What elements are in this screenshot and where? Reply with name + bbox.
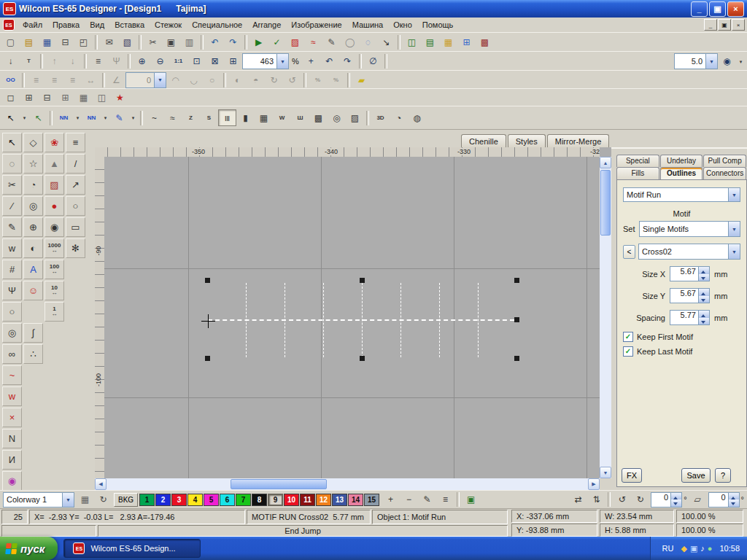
mdi-restore-button[interactable]: ▣ [718, 19, 731, 31]
dotted-outline-icon[interactable]: ◌ [359, 34, 377, 51]
sequence-icon[interactable]: ≡ [89, 53, 107, 70]
previous-motif-button[interactable]: < [623, 245, 635, 259]
color-chip[interactable]: 14 [348, 494, 363, 506]
branch-tool[interactable]: Ψ [2, 281, 22, 300]
color-wheel-tool[interactable]: ◉ [2, 471, 22, 491]
combo-arrow-icon[interactable]: ▼ [728, 222, 740, 236]
color-chip[interactable]: 3 [171, 494, 187, 506]
value-spinner[interactable]: 5.67 [670, 266, 710, 281]
skew-icon[interactable]: ▱ [689, 491, 707, 508]
stitch-player-icon[interactable]: ▶ [249, 34, 268, 51]
run-stitch-icon[interactable]: ≈ [304, 34, 322, 51]
motif-sample-icon[interactable]: ★ [111, 90, 129, 106]
kaleidoscope-icon[interactable]: ◍ [408, 109, 426, 126]
rotate-angle-spinner[interactable]: 0 [651, 492, 682, 508]
preset-100[interactable]: 100↔ [44, 260, 64, 279]
digitize-run-dropdown-icon[interactable]: ▾ [73, 109, 82, 126]
motif-tool[interactable]: ❀ [44, 133, 64, 152]
minimize-button[interactable]: _ [691, 1, 708, 17]
color-chip[interactable]: 2 [155, 494, 171, 506]
outline-type-select[interactable]: Motif Run ▼ [623, 187, 740, 202]
checkbox-box[interactable] [623, 346, 633, 357]
chain-tool[interactable]: ∫ [23, 323, 43, 343]
run-pen-tool[interactable]: ~ [2, 365, 22, 385]
color-chip[interactable]: 7 [236, 494, 251, 506]
next-view-icon[interactable]: ↷ [338, 53, 357, 70]
stipple-tool[interactable]: ∴ [23, 344, 43, 364]
3d-warp-icon[interactable]: 3D [371, 109, 390, 126]
fancy-fill-type-icon[interactable]: ▨ [346, 109, 364, 126]
selection-handle[interactable] [360, 278, 365, 283]
fx-button[interactable]: FX [622, 468, 642, 483]
ellipse-tool[interactable]: ○ [66, 196, 85, 216]
cut-icon[interactable]: ✂ [144, 34, 162, 51]
align-centers-icon[interactable]: ≡ [45, 71, 63, 88]
menu-item[interactable]: Помощь [417, 19, 459, 31]
motif-set-select[interactable]: Single Motifs ▼ [639, 221, 740, 237]
tab-connectors[interactable]: Connectors [703, 167, 746, 179]
tab-styles[interactable]: Styles [508, 134, 546, 147]
triple-run-type-icon[interactable]: ≈ [163, 109, 182, 126]
selection-handle[interactable] [514, 278, 519, 283]
tab-pull-comp[interactable]: Pull Comp [703, 155, 746, 167]
selection-handle[interactable] [205, 278, 210, 283]
pie-tool[interactable]: ◔ [23, 175, 43, 195]
wreath-icon[interactable]: ◔ [390, 109, 408, 126]
eraser-icon[interactable]: ▰ [352, 71, 371, 88]
target-tool[interactable]: ⊕ [23, 217, 43, 237]
tab-outlines[interactable]: Outlines [660, 167, 703, 179]
zoom-in-icon[interactable]: ⊕ [133, 53, 151, 70]
motif-pattern-select[interactable]: Cross02 ▼ [638, 244, 740, 260]
preset-1[interactable]: 1↔ [44, 302, 64, 322]
travel-by-stitches-icon[interactable]: OO [1, 71, 20, 88]
scroll-left-icon[interactable]: ◀ [95, 478, 107, 490]
selection-handle[interactable] [360, 356, 365, 361]
zoom-out-icon[interactable]: ⊖ [151, 53, 169, 70]
mirror-vertical-icon[interactable]: ◓ [247, 71, 265, 88]
selection-handle[interactable] [205, 356, 210, 361]
space-evenly-icon[interactable]: ↔ [82, 71, 100, 88]
display-icon[interactable]: ▣ [690, 545, 697, 553]
stem-stitch-type-icon[interactable]: S [200, 109, 218, 126]
show-repeats-icon[interactable]: ◫ [93, 90, 111, 106]
select-dropdown-icon[interactable]: ▾ [20, 109, 29, 126]
keep-last-motif-checkbox[interactable]: Keep Last Motif [623, 346, 740, 357]
zoom-level-combo[interactable]: 463 ▼ [242, 53, 289, 69]
digitize-run-icon[interactable]: NN [55, 109, 73, 126]
overview-window-icon[interactable]: ◫ [403, 34, 421, 51]
zoom-previous-icon[interactable]: ⊞ [224, 53, 242, 70]
stitch-length-combo[interactable]: 5.0 ▼ [674, 53, 718, 69]
combo-arrow-icon[interactable]: ▼ [728, 188, 740, 201]
mirror-node-tool[interactable]: И [2, 450, 22, 470]
color-chip[interactable]: 8 [252, 494, 267, 506]
export-to-machine-icon[interactable]: ✉ [100, 34, 118, 51]
color-chip[interactable]: 4 [187, 494, 203, 506]
send-backward-icon[interactable]: ↓ [63, 53, 82, 70]
undo-icon[interactable]: ↶ [206, 34, 224, 51]
motif-fill-type-icon[interactable]: ▩ [309, 109, 328, 126]
team-tool[interactable]: ☺ [23, 281, 43, 300]
canvas[interactable] [104, 157, 600, 478]
save-button[interactable]: Save [681, 468, 711, 483]
color-film-icon[interactable]: ▦ [439, 34, 457, 51]
selection-handle[interactable] [514, 317, 519, 322]
preset-10[interactable]: 10↔ [44, 281, 64, 300]
pan-icon[interactable]: + [302, 53, 320, 70]
language-indicator[interactable]: RU [659, 543, 677, 553]
reshape-object-icon[interactable]: ↖ [29, 109, 47, 126]
combo-arrow-icon[interactable]: ▼ [705, 54, 717, 69]
print-options-icon[interactable]: ▩ [476, 34, 494, 51]
measure-icon[interactable]: ∅ [364, 53, 382, 70]
pointer-line-icon[interactable]: ↘ [377, 34, 395, 51]
add-color-icon[interactable]: + [382, 491, 400, 508]
rotate-ccw-icon[interactable]: ↺ [283, 71, 301, 88]
scroll-right-icon[interactable]: ▶ [588, 478, 600, 490]
shape-fill-icon[interactable]: ◯ [341, 34, 359, 51]
rotate-cw-icon[interactable]: ↻ [631, 491, 649, 508]
scrollbar-track[interactable] [600, 168, 611, 467]
save-design-icon[interactable]: ▦ [38, 34, 56, 51]
scroll-down-icon[interactable]: ▼ [600, 467, 611, 478]
color-chip[interactable]: 9 [268, 494, 283, 506]
motif-run-type-icon[interactable]: ||| [218, 109, 236, 126]
design-worksheet-icon[interactable]: ⊞ [457, 34, 476, 51]
